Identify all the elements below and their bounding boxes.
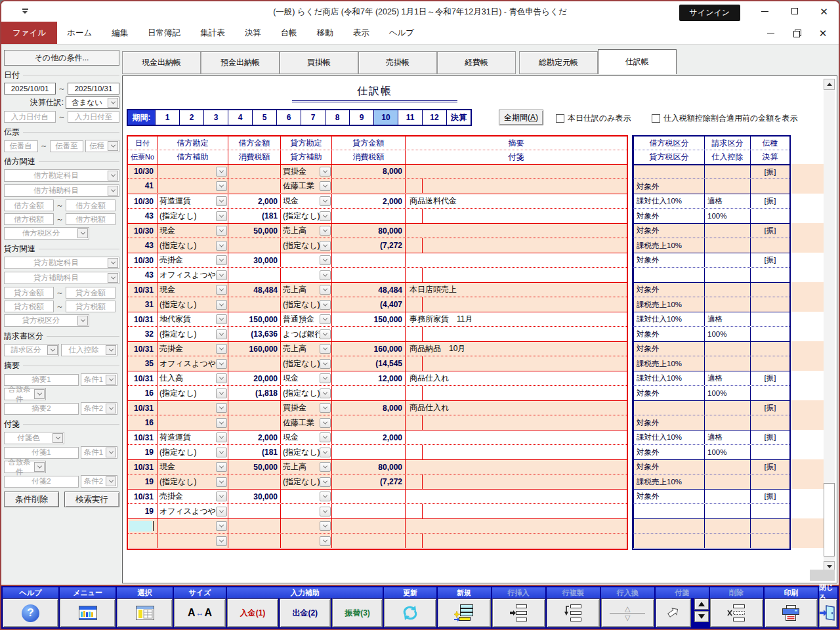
debit-amount-to-field[interactable]: 借方金額 bbox=[66, 200, 116, 211]
fusen-color-select[interactable]: 付箋色 bbox=[4, 432, 64, 444]
delete-row-button[interactable] bbox=[710, 598, 763, 627]
cell-credit-amount[interactable]: 160,000 bbox=[331, 342, 405, 356]
credit-account-select[interactable]: 貸方勘定科目 bbox=[4, 257, 119, 269]
chevron-down-icon[interactable] bbox=[216, 373, 227, 383]
chevron-down-icon[interactable] bbox=[320, 507, 331, 516]
credit-amount-to-field[interactable]: 貸方金額 bbox=[66, 287, 116, 299]
cell-credit-amount[interactable] bbox=[331, 490, 405, 503]
chevron-down-icon[interactable] bbox=[216, 388, 227, 398]
cell-summary[interactable] bbox=[405, 165, 627, 178]
cell-debit-sub[interactable]: (指定なし) bbox=[157, 445, 228, 459]
cell-settlement[interactable] bbox=[750, 268, 789, 282]
cell-slip-no[interactable]: 35 bbox=[128, 356, 157, 371]
cell-credit-account[interactable]: 売上高 bbox=[280, 283, 331, 297]
cell-deduction[interactable]: 100% bbox=[704, 445, 750, 459]
cell-credit-amount[interactable]: 48,484 bbox=[331, 283, 405, 297]
cell-debit-tax-class[interactable]: 対象外 bbox=[633, 460, 704, 474]
cell-debit-account[interactable]: 荷造運賃 bbox=[157, 194, 228, 208]
cell-debit-tax[interactable]: (181 bbox=[228, 209, 280, 223]
menu-item-9[interactable]: 表示 bbox=[343, 22, 379, 44]
cell-credit-tax-class[interactable]: 対象外 bbox=[633, 179, 704, 194]
chevron-down-icon[interactable] bbox=[77, 316, 88, 326]
cell-debit-tax-class[interactable]: 課対仕入10% bbox=[633, 312, 704, 326]
all-period-button[interactable]: 全期間(A) bbox=[499, 110, 543, 125]
chevron-down-icon[interactable] bbox=[320, 359, 331, 369]
cell-deduction[interactable]: 100% bbox=[704, 327, 750, 341]
cell-slip-no[interactable]: 43 bbox=[128, 238, 157, 253]
chevron-down-icon[interactable] bbox=[108, 171, 118, 180]
date-to-field[interactable]: 2025/10/31 bbox=[68, 83, 119, 94]
cell-slip-no[interactable]: 43 bbox=[128, 209, 157, 223]
menu-item-6[interactable]: 決算 bbox=[235, 22, 271, 44]
insert-row-button[interactable] bbox=[492, 598, 545, 627]
cell-deduction[interactable] bbox=[704, 297, 750, 312]
cell-date[interactable]: 10/31 bbox=[128, 490, 157, 503]
credit-amount-from-field[interactable]: 貸方金額 bbox=[4, 287, 54, 299]
cell-debit-amount[interactable]: 50,000 bbox=[228, 460, 280, 474]
cell-debit-tax-class[interactable]: 対象外 bbox=[633, 253, 704, 267]
cell-deduction[interactable] bbox=[704, 504, 750, 518]
cell-slip-type[interactable]: [振] bbox=[750, 401, 789, 415]
menu-item-10[interactable]: ヘルプ bbox=[379, 22, 424, 44]
checkbox-icon[interactable] bbox=[652, 114, 660, 123]
cell-deduction[interactable] bbox=[704, 268, 750, 282]
cell-debit-tax[interactable] bbox=[228, 356, 280, 371]
cell-credit-sub[interactable]: (指定なし) bbox=[280, 445, 331, 459]
spin-down-button[interactable] bbox=[694, 611, 709, 622]
cell-settlement[interactable] bbox=[750, 356, 789, 371]
chevron-down-icon[interactable] bbox=[216, 196, 227, 206]
cell-slip-no[interactable]: 43 bbox=[128, 268, 157, 282]
settlement-journal-select[interactable]: 含まない bbox=[66, 96, 119, 109]
vertical-scrollbar[interactable] bbox=[824, 79, 835, 572]
cell-debit-sub[interactable]: (指定なし) bbox=[157, 474, 228, 489]
cell-settlement[interactable] bbox=[750, 179, 789, 194]
debit-sub-select[interactable]: 借方補助科目 bbox=[4, 184, 119, 197]
cell-debit-amount[interactable]: 2,000 bbox=[228, 194, 280, 208]
slip-type-select[interactable]: 伝種 bbox=[85, 140, 119, 152]
cell-date[interactable]: 10/30 bbox=[128, 253, 157, 267]
chevron-down-icon[interactable] bbox=[320, 285, 331, 295]
cell-summary[interactable]: 商品送料代金 bbox=[405, 194, 627, 208]
cell-credit-sub[interactable]: 佐藤工業 bbox=[280, 415, 331, 430]
run-search-button[interactable]: 検索実行 bbox=[64, 492, 119, 507]
cell-deduction[interactable] bbox=[704, 474, 750, 489]
cell-debit-tax[interactable]: (1,818 bbox=[228, 386, 280, 400]
cell-credit-tax[interactable] bbox=[331, 327, 405, 341]
chevron-down-icon[interactable] bbox=[216, 300, 227, 310]
fusen-button[interactable] bbox=[656, 598, 691, 627]
chevron-down-icon[interactable] bbox=[106, 404, 116, 413]
cell-invoice-class[interactable]: 適格 bbox=[704, 194, 750, 208]
cell-debit-sub[interactable] bbox=[157, 534, 228, 548]
cell-credit-tax[interactable]: (7,272 bbox=[331, 238, 405, 253]
chevron-down-icon[interactable] bbox=[216, 448, 227, 457]
cell-debit-tax[interactable] bbox=[228, 268, 280, 282]
cell-credit-tax-class[interactable]: 対象外 bbox=[633, 415, 704, 430]
cell-invoice-class[interactable] bbox=[704, 283, 750, 297]
close-window-button[interactable] bbox=[819, 598, 837, 627]
cell-slip-no[interactable]: 41 bbox=[128, 178, 157, 193]
cell-invoice-class[interactable] bbox=[704, 224, 750, 238]
credit-tax-class-select[interactable]: 貸方税区分 bbox=[4, 314, 89, 327]
cell-settlement[interactable] bbox=[750, 445, 789, 459]
doc-restore-button[interactable] bbox=[784, 24, 810, 42]
cell-credit-tax[interactable] bbox=[331, 178, 405, 193]
chevron-down-icon[interactable] bbox=[108, 186, 118, 196]
cell-slip-type[interactable]: [振] bbox=[750, 253, 789, 267]
cell-credit-sub[interactable]: 佐藤工業 bbox=[280, 178, 331, 193]
chevron-down-icon[interactable] bbox=[216, 329, 227, 339]
cell-slip-type[interactable] bbox=[750, 283, 789, 297]
cell-credit-tax[interactable]: (4,407 bbox=[331, 297, 405, 312]
cell-credit-amount[interactable]: 80,000 bbox=[331, 460, 405, 474]
cell-slip-type[interactable]: [振] bbox=[750, 371, 789, 385]
chevron-down-icon[interactable] bbox=[320, 181, 331, 191]
transfer-button[interactable]: 振替(3) bbox=[332, 598, 383, 627]
chevron-down-icon[interactable] bbox=[216, 477, 227, 487]
cell-debit-account[interactable] bbox=[157, 519, 228, 533]
cell-credit-sub[interactable]: (指定なし) bbox=[280, 474, 331, 489]
chevron-down-icon[interactable] bbox=[216, 432, 227, 442]
cell-credit-tax-class[interactable] bbox=[633, 268, 704, 282]
cell-credit-account[interactable]: 売上高 bbox=[280, 342, 331, 356]
cell-date[interactable] bbox=[128, 519, 157, 533]
cell-credit-tax-class[interactable]: 課税売上10% bbox=[633, 238, 704, 253]
chevron-down-icon[interactable] bbox=[216, 211, 227, 221]
